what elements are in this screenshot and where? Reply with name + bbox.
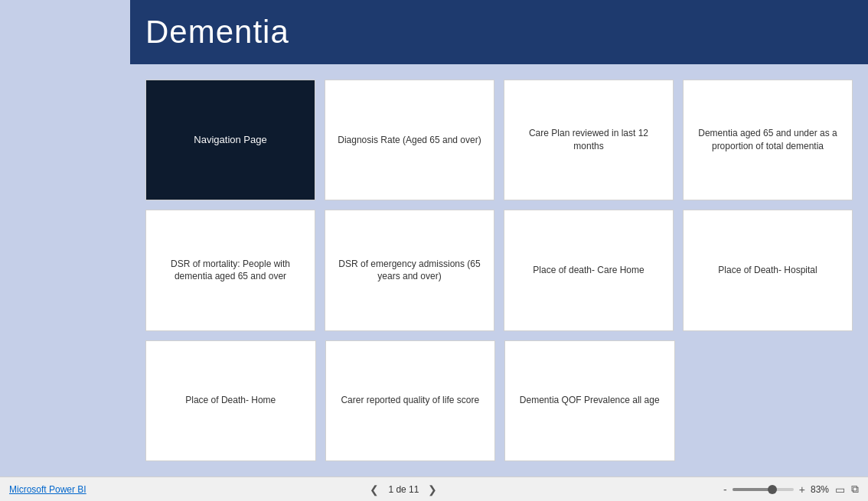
grid-cell-place-death-home[interactable]: Place of Death- Home — [145, 340, 316, 461]
zoom-out-button[interactable]: - — [721, 483, 729, 496]
grid-row-3: Place of Death- Home Carer reported qual… — [145, 340, 853, 461]
grid-area: Navigation Page Diagnosis Rate (Aged 65 … — [130, 64, 868, 477]
main-content: Dementia Navigation Page Diagnosis Rate … — [0, 0, 868, 477]
grid-cell-carer-quality[interactable]: Carer reported quality of life score — [325, 340, 496, 461]
bottom-bar: Microsoft Power BI ❮ 1 de 11 ❯ - + 83% ▭… — [0, 477, 868, 501]
grid-cell-care-plan[interactable]: Care Plan reviewed in last 12 months — [504, 80, 674, 200]
zoom-in-button[interactable]: + — [797, 483, 808, 496]
bottom-left: Microsoft Power BI — [9, 484, 86, 495]
next-page-button[interactable]: ❯ — [425, 482, 440, 497]
grid-cell-dementia-under-65[interactable]: Dementia aged 65 and under as a proporti… — [683, 80, 853, 200]
zoom-slider[interactable] — [733, 488, 794, 491]
fullscreen-button[interactable]: ⧉ — [851, 483, 859, 496]
zoom-slider-thumb[interactable] — [768, 485, 777, 494]
zoom-slider-track — [733, 488, 769, 491]
report-area: Dementia Navigation Page Diagnosis Rate … — [0, 0, 868, 477]
zoom-control: - + 83% — [721, 483, 829, 496]
zoom-level: 83% — [811, 484, 829, 495]
grid-cell-place-death-care-home[interactable]: Place of death- Care Home — [504, 210, 674, 330]
report-title: Dementia — [145, 14, 289, 50]
fit-page-button[interactable]: ▭ — [835, 483, 845, 496]
grid-cell-dsr-emergency[interactable]: DSR of emergency admissions (65 years an… — [325, 210, 494, 330]
grid-cell-dsr-mortality[interactable]: DSR of mortality: People with dementia a… — [145, 210, 315, 330]
powerbi-link[interactable]: Microsoft Power BI — [9, 484, 86, 495]
page-indicator: 1 de 11 — [388, 484, 419, 495]
bottom-center: ❮ 1 de 11 ❯ — [367, 482, 440, 497]
grid-cell-place-death-hospital[interactable]: Place of Death- Hospital — [683, 210, 853, 330]
bottom-right: - + 83% ▭ ⧉ — [721, 483, 859, 496]
grid-cell-empty — [684, 340, 853, 461]
grid-cell-diagnosis-rate[interactable]: Diagnosis Rate (Aged 65 and over) — [325, 80, 494, 200]
grid-row-2: DSR of mortality: People with dementia a… — [145, 210, 853, 330]
grid-row-1: Navigation Page Diagnosis Rate (Aged 65 … — [145, 80, 853, 200]
grid-cell-navigation-page[interactable]: Navigation Page — [145, 80, 315, 200]
prev-page-button[interactable]: ❮ — [367, 482, 382, 497]
grid-cell-qof-prevalence[interactable]: Dementia QOF Prevalence all age — [504, 340, 675, 461]
report-header: Dementia — [130, 0, 868, 64]
